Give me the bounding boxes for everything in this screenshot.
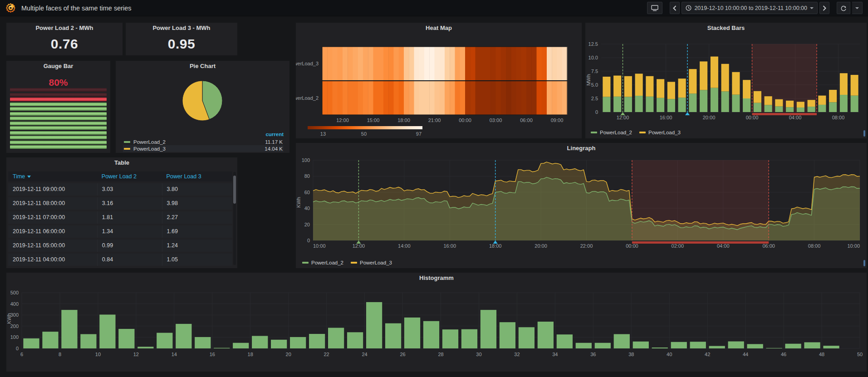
bar-segment-PowerLoad_2[interactable]: [840, 95, 848, 112]
heatmap-cell[interactable]: [542, 81, 547, 115]
heatmap-cell[interactable]: [552, 47, 557, 80]
heatmap-cell[interactable]: [450, 81, 455, 115]
panel-title[interactable]: Heat Map: [296, 23, 582, 33]
bar-segment-PowerLoad_3[interactable]: [754, 91, 761, 103]
heatmap-cell[interactable]: [496, 47, 501, 80]
column-header-time[interactable]: Time: [8, 173, 97, 180]
histogram-bar[interactable]: [538, 322, 554, 348]
heatmap-cell[interactable]: [501, 81, 506, 115]
annotation-marker[interactable]: [685, 112, 690, 115]
heatmap-cell[interactable]: [373, 81, 379, 115]
time-forward-button[interactable]: [819, 2, 829, 14]
bar-segment-PowerLoad_2[interactable]: [743, 98, 750, 112]
heatmap-cell[interactable]: [363, 81, 368, 115]
tv-mode-button[interactable]: [647, 2, 662, 14]
heatmap-cell[interactable]: [435, 81, 440, 115]
bar-segment-PowerLoad_2[interactable]: [765, 105, 772, 112]
bar-segment-PowerLoad_2[interactable]: [603, 97, 610, 112]
histogram-bar[interactable]: [137, 347, 153, 348]
histogram-chart[interactable]: 0100200300400500681012141618202224262830…: [6, 283, 867, 372]
heatmap-cell[interactable]: [404, 81, 409, 115]
column-header-power-load-3[interactable]: Power Load 3: [162, 173, 232, 180]
panel-title[interactable]: Power Load 2 - MWh: [6, 23, 123, 33]
line-chart[interactable]: 02040608010010:0012:0014:0016:0018:0020:…: [296, 153, 867, 256]
histogram-bar[interactable]: [309, 334, 325, 348]
bar-segment-PowerLoad_3[interactable]: [808, 100, 815, 107]
panel-title[interactable]: Histogramm: [6, 273, 867, 283]
bar-segment-PowerLoad_2[interactable]: [678, 98, 686, 112]
heatmap-cell[interactable]: [511, 47, 516, 80]
histogram-bar[interactable]: [557, 334, 573, 348]
heatmap-cell[interactable]: [445, 81, 450, 115]
histogram-bar[interactable]: [271, 340, 287, 348]
heatmap-cell[interactable]: [383, 81, 389, 115]
bar-segment-PowerLoad_3[interactable]: [678, 78, 686, 98]
heatmap-cell[interactable]: [358, 47, 363, 80]
pie-legend-row[interactable]: PowerLoad_314.04 K: [123, 145, 284, 152]
pie-legend-row[interactable]: PowerLoad_211.17 K: [123, 138, 284, 145]
heatmap-cell[interactable]: [440, 81, 445, 115]
bar-segment-PowerLoad_3[interactable]: [840, 73, 848, 95]
heatmap-cell[interactable]: [506, 81, 511, 115]
heatmap-cell[interactable]: [327, 47, 333, 80]
heatmap-cell[interactable]: [485, 81, 491, 115]
dashboard-title[interactable]: Multiple faces of the same time series: [21, 5, 132, 12]
heatmap-cell[interactable]: [470, 81, 476, 115]
histogram-bar[interactable]: [652, 348, 668, 348]
heatmap-cell[interactable]: [460, 47, 466, 80]
heatmap-cell[interactable]: [424, 47, 430, 80]
heatmap-cell[interactable]: [521, 47, 527, 80]
annotation-marker[interactable]: [356, 240, 361, 244]
refresh-button[interactable]: [837, 2, 850, 14]
heatmap-cell[interactable]: [338, 47, 343, 80]
heatmap-cell[interactable]: [338, 81, 343, 115]
histogram-bar[interactable]: [576, 343, 592, 348]
panel-title[interactable]: Linegraph: [296, 143, 867, 153]
heatmap-cell[interactable]: [516, 47, 522, 80]
histogram-bar[interactable]: [728, 342, 744, 349]
bar-segment-PowerLoad_3[interactable]: [721, 64, 729, 92]
heatmap-cell[interactable]: [460, 81, 466, 115]
heatmap-cell[interactable]: [450, 47, 455, 80]
legend-item-PowerLoad_2[interactable]: PowerLoad_2: [591, 130, 632, 135]
heatmap-cell[interactable]: [409, 81, 414, 115]
heatmap-cell[interactable]: [455, 81, 461, 115]
heatmap-cell[interactable]: [419, 81, 425, 115]
heatmap-cell[interactable]: [531, 81, 537, 115]
bar-segment-PowerLoad_3[interactable]: [818, 96, 826, 105]
heatmap-cell[interactable]: [388, 47, 394, 80]
bar-segment-PowerLoad_3[interactable]: [700, 61, 707, 90]
bar-segment-PowerLoad_2[interactable]: [646, 97, 653, 112]
histogram-bar[interactable]: [176, 324, 191, 348]
heatmap-cell[interactable]: [348, 47, 353, 80]
histogram-bar[interactable]: [500, 322, 515, 348]
heatmap-cell[interactable]: [485, 47, 491, 80]
histogram-bar[interactable]: [614, 334, 630, 348]
histogram-bar[interactable]: [42, 332, 58, 348]
heatmap-cell[interactable]: [526, 81, 532, 115]
legend-item-PowerLoad_3[interactable]: PowerLoad_3: [639, 130, 681, 135]
bar-segment-PowerLoad_2[interactable]: [786, 107, 794, 112]
heatmap-cell[interactable]: [343, 47, 348, 80]
heatmap-cell[interactable]: [476, 81, 481, 115]
bar-segment-PowerLoad_2[interactable]: [700, 90, 707, 112]
bar-segment-PowerLoad_3[interactable]: [797, 102, 804, 108]
bar-segment-PowerLoad_2[interactable]: [797, 108, 804, 112]
bar-segment-PowerLoad_3[interactable]: [732, 72, 740, 95]
heatmap-cell[interactable]: [531, 47, 537, 80]
histogram-bar[interactable]: [442, 329, 458, 348]
histogram-bar[interactable]: [347, 332, 363, 348]
table-scrollbar-thumb[interactable]: [233, 176, 236, 204]
bar-segment-PowerLoad_3[interactable]: [743, 80, 750, 98]
heatmap-cell[interactable]: [511, 81, 516, 115]
heatmap-cell[interactable]: [368, 47, 373, 80]
heatmap-cell[interactable]: [358, 81, 363, 115]
bar-segment-PowerLoad_2[interactable]: [624, 97, 632, 112]
histogram-bar[interactable]: [633, 342, 649, 348]
table-scrollbar-track[interactable]: [233, 172, 236, 265]
bar-segment-PowerLoad_2[interactable]: [732, 95, 740, 112]
bar-segment-PowerLoad_3[interactable]: [711, 57, 718, 88]
heatmap-cell[interactable]: [409, 47, 414, 80]
histogram-bar[interactable]: [404, 318, 420, 348]
heatmap-cell[interactable]: [388, 81, 394, 115]
